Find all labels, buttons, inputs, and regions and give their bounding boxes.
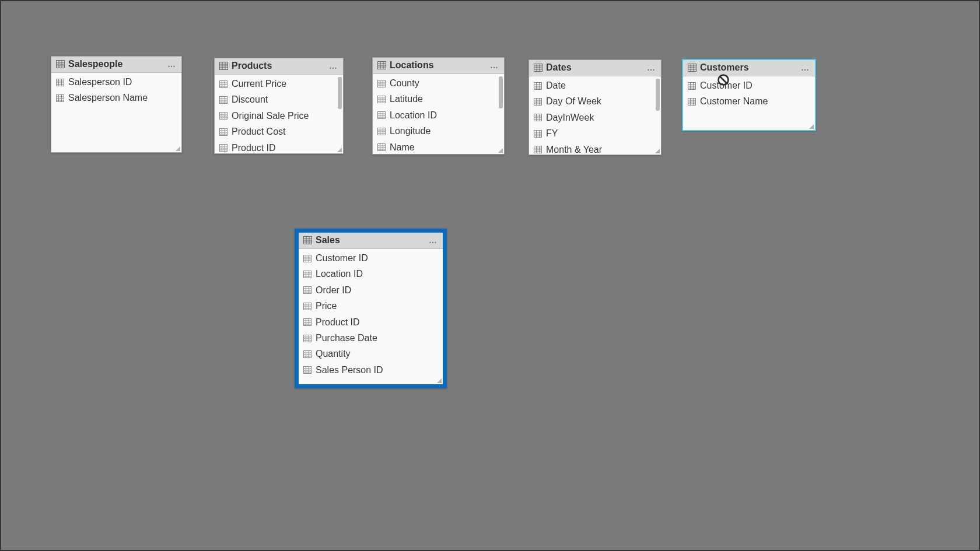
resize-grip[interactable]	[808, 123, 814, 129]
column-icon	[303, 303, 312, 310]
column-icon	[303, 350, 312, 358]
field-row[interactable]: Location ID	[373, 107, 504, 123]
field-row[interactable]: Customer Name	[683, 93, 815, 109]
more-options-icon[interactable]: …	[329, 61, 338, 71]
field-row[interactable]: Sales Person ID	[299, 362, 443, 378]
field-label: Sales Person ID	[316, 364, 383, 377]
column-icon	[303, 366, 312, 374]
field-label: Current Price	[232, 78, 286, 90]
field-row[interactable]: Customer ID	[683, 78, 815, 93]
field-row[interactable]: FY	[529, 125, 661, 141]
table-title: Sales	[316, 235, 425, 245]
field-row[interactable]: Day Of Week	[529, 93, 661, 109]
field-row[interactable]: Price	[299, 298, 443, 314]
field-label: FY	[546, 127, 558, 140]
column-icon	[377, 111, 386, 119]
table-header[interactable]: Sales …	[299, 233, 443, 249]
resize-grip[interactable]	[436, 377, 442, 383]
field-label: County	[390, 77, 419, 90]
column-icon	[219, 144, 228, 152]
table-body: Customer ID Location ID Order ID	[299, 249, 443, 384]
more-options-icon[interactable]: …	[167, 59, 177, 69]
field-label: Latitude	[390, 93, 423, 106]
field-label: DayInWeek	[546, 111, 594, 124]
table-card-sales[interactable]: Sales … Customer ID Location ID	[295, 229, 447, 388]
field-row[interactable]: Longitude	[373, 123, 504, 139]
table-card-dates[interactable]: Dates … Date Day Of Week	[528, 59, 662, 155]
more-options-icon[interactable]: …	[801, 63, 810, 72]
field-row[interactable]: Location ID	[299, 266, 443, 282]
field-row[interactable]: Purchase Date	[299, 330, 443, 346]
table-header[interactable]: Salespeople …	[51, 57, 181, 73]
table-icon	[56, 60, 65, 68]
field-label: Location ID	[316, 268, 363, 280]
column-icon	[688, 82, 696, 90]
more-options-icon[interactable]: …	[490, 61, 499, 70]
scrollbar[interactable]	[499, 76, 503, 108]
model-canvas[interactable]: Salespeople … Salesperson ID Salespe	[0, 0, 980, 551]
more-options-icon[interactable]: …	[647, 63, 656, 72]
field-label: Price	[316, 300, 337, 313]
field-row[interactable]: Order ID	[299, 282, 443, 298]
field-row[interactable]: Product ID	[215, 140, 343, 153]
column-icon	[377, 128, 386, 135]
table-header[interactable]: Dates …	[529, 60, 661, 76]
table-header[interactable]: Locations …	[373, 58, 504, 74]
table-card-salespeople[interactable]: Salespeople … Salesperson ID Salespe	[51, 56, 182, 153]
field-row[interactable]: DayInWeek	[529, 110, 661, 125]
table-header[interactable]: Customers …	[683, 60, 815, 76]
table-body: Current Price Discount Original Sale Pri…	[215, 75, 343, 153]
table-icon	[219, 62, 228, 70]
column-icon	[377, 143, 386, 151]
column-icon	[219, 96, 228, 104]
field-row[interactable]: Quantity	[299, 346, 443, 362]
field-label: Salesperson Name	[68, 92, 148, 104]
field-row[interactable]: Product ID	[299, 314, 443, 330]
column-icon	[534, 130, 542, 138]
field-row[interactable]: Original Sale Price	[215, 108, 343, 124]
field-row[interactable]: Current Price	[215, 76, 343, 92]
field-row[interactable]: Name	[373, 139, 504, 154]
field-label: Quantity	[316, 348, 351, 360]
resize-grip[interactable]	[174, 145, 180, 151]
field-label: Location ID	[390, 109, 437, 122]
table-title: Salespeople	[68, 59, 164, 69]
table-icon	[534, 64, 542, 72]
field-row[interactable]: Salesperson ID	[51, 74, 181, 90]
resize-grip[interactable]	[336, 146, 342, 152]
column-icon	[377, 96, 386, 103]
field-label: Discount	[232, 93, 268, 106]
field-row[interactable]: Salesperson Name	[51, 90, 181, 106]
table-header[interactable]: Products …	[215, 58, 343, 75]
table-body: County Latitude Location ID	[373, 74, 504, 154]
resize-grip[interactable]	[497, 147, 503, 153]
table-icon	[303, 236, 312, 244]
column-icon	[219, 128, 228, 136]
table-card-customers[interactable]: Customers … Customer ID Customer Nam	[682, 59, 816, 131]
field-label: Customer ID	[700, 79, 752, 92]
field-label: Customer ID	[316, 252, 368, 265]
field-row[interactable]: Product Cost	[215, 124, 343, 139]
table-icon	[688, 64, 696, 72]
scrollbar[interactable]	[338, 77, 342, 109]
column-icon	[56, 94, 64, 102]
column-icon	[303, 255, 312, 262]
more-options-icon[interactable]: …	[429, 236, 438, 245]
field-row[interactable]: Date	[529, 78, 661, 93]
field-row[interactable]: Discount	[215, 92, 343, 107]
resize-grip[interactable]	[654, 148, 660, 153]
field-label: Product ID	[316, 316, 360, 329]
column-icon	[56, 79, 64, 86]
table-card-locations[interactable]: Locations … County Latitude	[372, 57, 505, 155]
field-row[interactable]: Customer ID	[299, 250, 443, 266]
field-row[interactable]: Month & Year	[529, 142, 661, 155]
table-body: Customer ID Customer Name	[683, 76, 815, 130]
field-label: Month & Year	[546, 143, 602, 155]
field-row[interactable]: County	[373, 75, 504, 91]
field-label: Date	[546, 79, 566, 92]
table-card-products[interactable]: Products … Current Price Discount	[214, 58, 344, 154]
scrollbar[interactable]	[656, 79, 660, 111]
field-row[interactable]: Latitude	[373, 91, 504, 107]
column-icon	[688, 98, 696, 106]
column-icon	[534, 82, 542, 90]
